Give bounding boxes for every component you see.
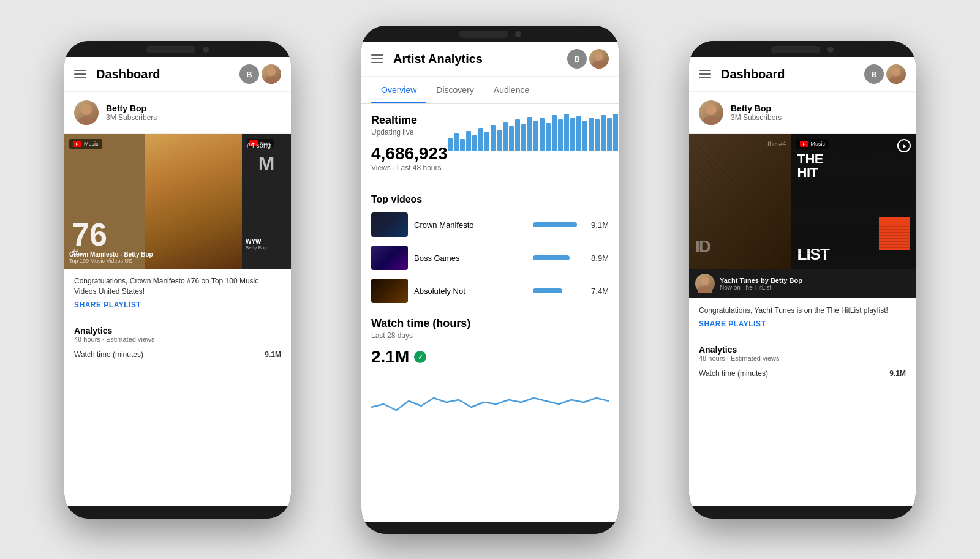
tab-discovery[interactable]: Discovery xyxy=(426,77,483,103)
user-card-left: Betty Bop 3M Subscribers xyxy=(64,92,291,134)
realtime-title: Realtime xyxy=(371,114,448,127)
realtime-bar xyxy=(576,116,581,151)
analytics-row-left: Watch time (minutes) 9.1M xyxy=(74,348,281,361)
video-row-1[interactable]: Boss Games 8.9M xyxy=(371,246,609,270)
share-link-left[interactable]: SHARE PLAYLIST xyxy=(74,301,281,309)
video-name-0: Crown Manifesto xyxy=(414,220,528,230)
video-bar-0 xyxy=(533,222,577,227)
realtime-views-label: Views · Last 48 hours xyxy=(371,163,448,172)
realtime-chart xyxy=(448,114,619,151)
user-name-right: Betty Bop xyxy=(731,103,782,113)
screen-right: Dashboard B Betty Bop 3M Subscribers xyxy=(689,57,916,506)
realtime-bar xyxy=(484,132,489,151)
share-link-right[interactable]: SHARE PLAYLIST xyxy=(699,320,906,328)
phone-left: Dashboard B Betty Bop 3M Subscribers xyxy=(64,41,291,519)
video-count-2: 7.4M xyxy=(587,287,609,296)
play-btn-hitlist[interactable] xyxy=(897,139,911,152)
b-avatar-left[interactable]: B xyxy=(239,64,259,84)
tabs-bar-center: Overview Discovery Audience xyxy=(361,77,619,104)
analytics-value-right: 9.1M xyxy=(889,369,906,378)
svg-point-7 xyxy=(889,77,903,84)
tab-audience[interactable]: Audience xyxy=(484,77,539,103)
np-avatar xyxy=(695,274,715,293)
svg-point-3 xyxy=(77,116,96,125)
user-photo-left[interactable] xyxy=(262,64,281,84)
hamburger-icon-right[interactable] xyxy=(699,70,711,78)
card-label-left: Crown Manifesto - Betty Bop Top 100 Musi… xyxy=(69,251,237,264)
video-thumb-1 xyxy=(371,246,408,270)
svg-point-5 xyxy=(592,61,606,69)
dashboard-title-right: Dashboard xyxy=(721,67,859,81)
realtime-bar xyxy=(533,121,538,151)
phone-notch-center xyxy=(361,26,619,42)
card-chart-left: Top 100 Music Videos US xyxy=(69,258,237,264)
analytics-content-center: Realtime Updating live 4,686,923 Views ·… xyxy=(361,104,619,522)
watch-time-subtitle: Last 28 days xyxy=(371,331,609,340)
video-thumb-2 xyxy=(371,279,408,303)
user-subs-left: 3M Subscribers xyxy=(106,113,157,122)
hitlist-orange xyxy=(879,217,910,250)
app-bar-left: Dashboard B xyxy=(64,57,291,92)
realtime-bar xyxy=(570,118,575,151)
video-bar-wrap-1 xyxy=(533,255,582,260)
realtime-bar xyxy=(497,130,502,151)
realtime-bar xyxy=(607,118,612,151)
main-card-left[interactable]: Music 76 # Crown Manifesto - Betty Bop T… xyxy=(64,134,242,269)
analytics-label-right: Watch time (minutes) xyxy=(699,369,768,378)
notification-card-right: Congratulations, Yacht Tunes is on the T… xyxy=(689,298,916,336)
screen-center: Artist Analytics B Overview Discovery Au… xyxy=(361,42,619,522)
realtime-bar xyxy=(472,135,477,151)
np-subtitle: Now on The HitList xyxy=(720,284,910,291)
tab-overview[interactable]: Overview xyxy=(371,77,426,103)
divider-center xyxy=(371,312,609,312)
hamburger-icon-center[interactable] xyxy=(371,54,383,63)
side-card-left[interactable]: Music #4 song M WYW Betty Bop xyxy=(242,134,291,269)
svg-point-10 xyxy=(701,277,709,285)
watch-time-row: 2.1M xyxy=(371,347,609,367)
b-avatar-center[interactable]: B xyxy=(567,49,587,69)
camera-right xyxy=(827,47,834,53)
user-name-left: Betty Bop xyxy=(106,103,157,113)
realtime-bar xyxy=(448,138,453,151)
left-side-right[interactable]: ID the #4 xyxy=(689,134,791,269)
video-row-0[interactable]: Crown Manifesto 9.1M xyxy=(371,212,609,237)
camera-left xyxy=(203,47,209,53)
hamburger-icon-left[interactable] xyxy=(74,70,86,78)
notification-card-left: Congratulations, Crown Manifesto #76 on … xyxy=(64,269,291,317)
np-title: Yacht Tunes by Betty Bop xyxy=(720,277,910,284)
speaker-left xyxy=(146,46,195,53)
realtime-bar xyxy=(552,115,557,151)
id-text: ID xyxy=(695,237,710,257)
user-avatar-left xyxy=(74,100,99,125)
check-badge xyxy=(414,351,426,363)
the-4-text: the #4 xyxy=(767,140,786,148)
scene: Dashboard B Betty Bop 3M Subscribers xyxy=(0,0,980,559)
video-name-2: Absolutely Not xyxy=(414,287,528,296)
svg-point-0 xyxy=(267,67,276,76)
phone-bottom-left xyxy=(64,506,291,519)
analytics-section-right: Analytics 48 hours · Estimated views Wat… xyxy=(689,336,916,386)
realtime-bar xyxy=(564,114,569,151)
hitlist-card[interactable]: Music THEHIT LIST xyxy=(791,134,916,269)
realtime-row: Realtime Updating live 4,686,923 Views ·… xyxy=(371,114,609,182)
line-chart xyxy=(371,377,609,419)
now-playing-strip: Yacht Tunes by Betty Bop Now on The HitL… xyxy=(689,269,916,298)
user-photo-center[interactable] xyxy=(589,49,609,69)
realtime-bar xyxy=(460,139,465,151)
b-avatar-right[interactable]: B xyxy=(864,64,884,84)
app-bar-center: Artist Analytics B xyxy=(361,42,619,77)
side-letter-left: M xyxy=(242,152,291,175)
side-rank-left: #4 song xyxy=(247,141,271,149)
notif-text-left: Congratulations, Crown Manifesto #76 on … xyxy=(74,276,281,297)
realtime-bar xyxy=(491,125,496,151)
speaker-center xyxy=(459,31,508,38)
analytics-section-left: Analytics 48 hours · Estimated views Wat… xyxy=(64,317,291,367)
top-videos-title: Top videos xyxy=(371,194,609,205)
video-row-2[interactable]: Absolutely Not 7.4M xyxy=(371,279,609,303)
user-photo-right[interactable] xyxy=(886,64,906,84)
user-subs-right: 3M Subscribers xyxy=(731,113,782,122)
video-bar-2 xyxy=(533,288,562,293)
analytics-title-left: Analytics xyxy=(74,326,281,336)
watch-time-value: 2.1M xyxy=(371,347,409,367)
svg-point-11 xyxy=(698,286,712,293)
